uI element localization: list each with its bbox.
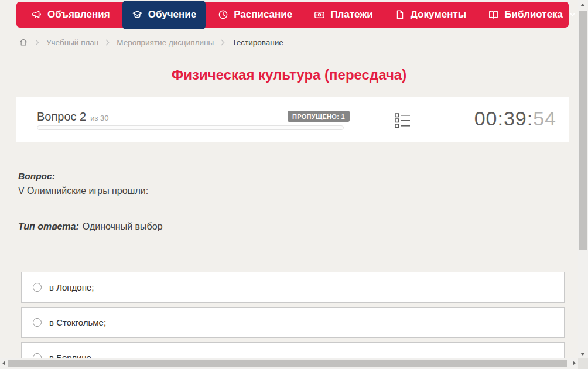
banknote-icon xyxy=(314,9,325,20)
answer-option-2[interactable]: в Стокгольме; xyxy=(21,307,565,338)
page-title: Физическая культура (пересдача) xyxy=(0,67,578,83)
breadcrumb-separator-icon xyxy=(105,39,110,46)
triangle-up-icon xyxy=(580,4,585,6)
nav-item-documents[interactable]: Документы xyxy=(385,2,476,28)
nav-item-library[interactable]: Библиотека xyxy=(478,2,585,28)
scroll-left-button[interactable] xyxy=(0,358,8,369)
answer-type-row: Тип ответа:Одиночный выбор xyxy=(18,221,163,232)
timer: 00:39:54 xyxy=(474,107,556,130)
timer-seconds: 54 xyxy=(533,107,556,129)
megaphone-icon xyxy=(32,9,42,20)
triangle-down-icon xyxy=(580,353,585,356)
open-book-icon xyxy=(488,9,499,20)
chevron-down-icon xyxy=(569,12,576,17)
triangle-left-icon xyxy=(2,361,5,365)
nav-item-label: Документы xyxy=(411,9,467,20)
horizontal-scrollbar[interactable] xyxy=(0,358,578,369)
answer-options: в Лондоне; в Стокгольме; в Берлине. xyxy=(21,272,565,369)
home-icon xyxy=(19,37,28,47)
vertical-scrollbar[interactable] xyxy=(578,0,588,358)
nav-item-label: Обучение xyxy=(148,9,196,20)
question-counter: Вопрос 2из 30 xyxy=(37,110,109,124)
triangle-right-icon xyxy=(573,361,576,365)
nav-item-payments[interactable]: Платежи xyxy=(305,2,382,28)
question-label: Вопрос: xyxy=(18,171,55,182)
question-number: Вопрос 2 xyxy=(37,110,86,123)
nav-item-schedule[interactable]: Расписание xyxy=(208,2,302,28)
breadcrumb-separator-icon xyxy=(221,39,225,46)
breadcrumb: Учебный план Мероприятие дисциплины Тест… xyxy=(19,36,283,48)
radio-button[interactable] xyxy=(33,283,42,292)
skipped-badge: ПРОПУЩЕНО: 1 xyxy=(288,111,350,122)
nav-item-label: Расписание xyxy=(234,9,292,20)
breadcrumb-item-discipline-event[interactable]: Мероприятие дисциплины xyxy=(117,38,214,47)
progress-bar xyxy=(37,125,344,130)
answer-type-value: Одиночный выбор xyxy=(83,221,163,231)
question-list-button[interactable] xyxy=(395,112,411,131)
horizontal-scrollbar-thumb[interactable] xyxy=(8,360,567,367)
document-icon xyxy=(395,9,405,20)
scrollbar-corner xyxy=(578,358,588,369)
breadcrumb-home[interactable] xyxy=(19,37,28,47)
question-total: из 30 xyxy=(90,114,108,122)
radio-button[interactable] xyxy=(33,318,42,327)
question-list-icon xyxy=(395,112,411,129)
main-navbar: Объявления Обучение Расписание Платежи xyxy=(16,2,569,28)
breadcrumb-separator-icon xyxy=(35,39,39,46)
breadcrumb-item-testing: Тестирование xyxy=(232,38,283,47)
option-label: в Стокгольме; xyxy=(49,317,106,327)
nav-item-learning[interactable]: Обучение xyxy=(122,1,206,29)
timer-hours-minutes: 00:39: xyxy=(474,107,534,129)
answer-type-label: Тип ответа: xyxy=(18,221,79,231)
graduation-cap-icon xyxy=(132,9,143,20)
nav-item-label: Платежи xyxy=(330,9,373,20)
clock-icon xyxy=(218,9,228,20)
scroll-down-button[interactable] xyxy=(578,349,588,358)
question-text: V Олимпийские игры прошли: xyxy=(18,186,148,196)
option-label: в Лондоне; xyxy=(49,282,94,292)
nav-item-label: Объявления xyxy=(47,9,110,20)
vertical-scrollbar-thumb[interactable] xyxy=(579,11,587,250)
scroll-right-button[interactable] xyxy=(570,358,578,369)
question-header-card: Вопрос 2из 30 ПРОПУЩЕНО: 1 00:39:54 xyxy=(16,97,569,142)
nav-item-announcements[interactable]: Объявления xyxy=(22,2,119,28)
lms-test-page: Объявления Обучение Расписание Платежи xyxy=(0,0,588,369)
answer-option-1[interactable]: в Лондоне; xyxy=(21,272,565,303)
breadcrumb-item-study-plan[interactable]: Учебный план xyxy=(46,38,98,47)
nav-item-label: Библиотека xyxy=(504,9,563,20)
scroll-up-button[interactable] xyxy=(578,0,588,9)
